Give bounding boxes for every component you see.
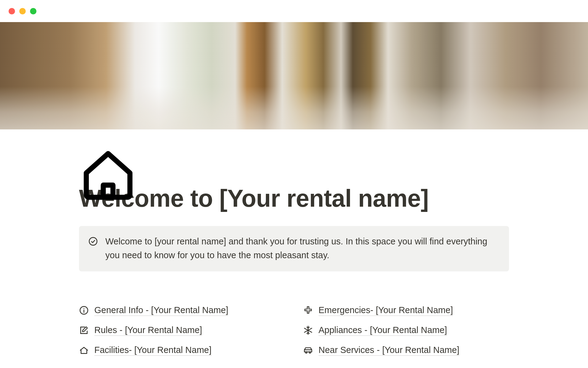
medical-plus-icon [303,305,313,315]
svg-point-3 [84,308,85,309]
edit-icon [79,325,89,335]
check-circle-icon [88,236,98,246]
page-icon[interactable] [79,146,137,205]
link-facilities[interactable]: Facilities- [Your Rental Name] [79,345,285,356]
home-icon [79,146,137,205]
link-label: Appliances - [Your Rental Name] [318,325,447,336]
cover-image [0,22,588,129]
link-label: Near Services - [Your Rental Name] [318,345,459,356]
window-zoom-button[interactable] [30,8,36,14]
page-links: General Info - [Your Rental Name] Emerge… [79,305,509,356]
svg-point-7 [306,352,307,353]
app-window: Welcome to [Your rental name] Welcome to… [0,0,588,368]
link-appliances[interactable]: Appliances - [Your Rental Name] [303,325,509,336]
link-near-services[interactable]: Near Services - [Your Rental Name] [303,345,509,356]
page-content: Welcome to [Your rental name] Welcome to… [79,185,509,356]
link-label: General Info - [Your Rental Name] [94,305,228,316]
house-icon [79,345,89,355]
welcome-callout-text: Welcome to [your rental name] and thank … [105,235,499,262]
window-minimize-button[interactable] [19,8,26,14]
welcome-callout: Welcome to [your rental name] and thank … [79,226,509,271]
link-rules[interactable]: Rules - [Your Rental Name] [79,325,285,336]
snowflake-icon [303,325,313,335]
page-title: Welcome to [Your rental name] [79,185,509,213]
link-emergencies[interactable]: Emergencies- [Your Rental Name] [303,305,509,316]
svg-point-8 [309,352,311,353]
link-general-info[interactable]: General Info - [Your Rental Name] [79,305,285,316]
svg-point-0 [89,237,97,245]
window-close-button[interactable] [9,8,15,14]
link-label: Emergencies- [Your Rental Name] [318,305,453,316]
link-label: Rules - [Your Rental Name] [94,325,202,336]
info-icon [79,305,89,315]
link-label: Facilities- [Your Rental Name] [94,345,212,356]
car-icon [303,345,313,355]
mac-titlebar [0,0,588,22]
